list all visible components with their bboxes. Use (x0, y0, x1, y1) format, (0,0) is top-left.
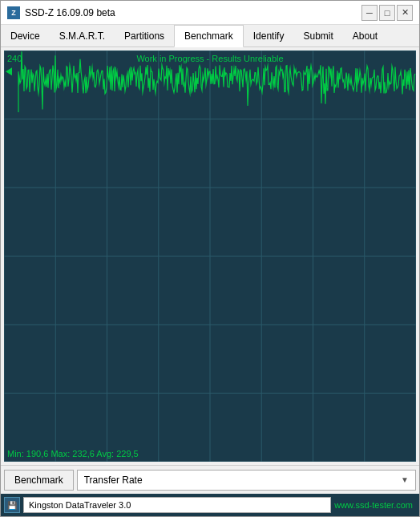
device-icon: 💾 (4, 497, 20, 513)
menu-item-identify[interactable]: Identify (244, 25, 294, 46)
device-name: Kingston DataTraveler 3.0 (23, 497, 331, 513)
minimize-button[interactable]: ─ (361, 5, 378, 21)
chart-stats: Min: 190,6 Max: 232,6 Avg: 229,5 (7, 449, 139, 458)
menu-item-about[interactable]: About (343, 25, 387, 46)
chart-canvas (4, 50, 416, 462)
bottom-toolbar: Benchmark Transfer Rate ▼ (1, 465, 419, 494)
benchmark-button[interactable]: Benchmark (4, 470, 74, 491)
dropdown-value: Transfer Rate (84, 475, 143, 486)
menu-item-smart[interactable]: S.M.A.R.T. (50, 25, 115, 46)
app-icon: Z (7, 6, 20, 19)
status-bar: 💾 Kingston DataTraveler 3.0 www.ssd-test… (1, 494, 419, 516)
website-url: www.ssd-tester.com (334, 500, 416, 510)
benchmark-chart: 240 Work in Progress - Results Unreliabl… (4, 50, 416, 462)
window-title: SSD-Z 16.09.09 beta (25, 7, 361, 18)
menu-item-submit[interactable]: Submit (293, 25, 342, 46)
chart-header: Work in Progress - Results Unreliable (4, 54, 416, 63)
title-bar: Z SSD-Z 16.09.09 beta ─ □ ✕ (1, 1, 419, 25)
window-controls: ─ □ ✕ (361, 5, 413, 21)
transfer-rate-dropdown[interactable]: Transfer Rate ▼ (77, 470, 416, 491)
menu-item-benchmark[interactable]: Benchmark (174, 25, 244, 47)
menu-item-device[interactable]: Device (1, 25, 50, 46)
menu-bar: Device S.M.A.R.T. Partitions Benchmark I… (1, 25, 419, 47)
maximize-button[interactable]: □ (379, 5, 395, 21)
close-button[interactable]: ✕ (397, 5, 413, 21)
main-window: Z SSD-Z 16.09.09 beta ─ □ ✕ Device S.M.A… (0, 0, 420, 517)
menu-item-partitions[interactable]: Partitions (115, 25, 174, 46)
dropdown-arrow-icon: ▼ (401, 475, 409, 484)
